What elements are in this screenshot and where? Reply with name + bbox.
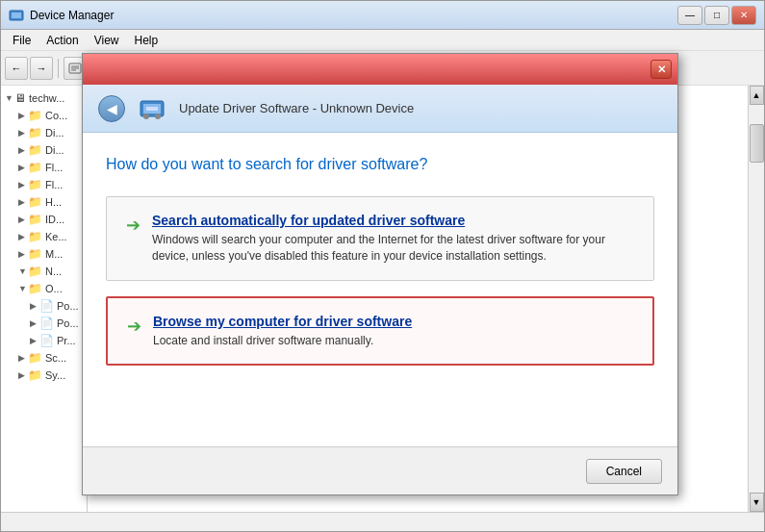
back-navigation-button[interactable]: ◀ — [98, 95, 125, 122]
list-item[interactable]: ▶ 📁 Sc... — [1, 349, 87, 367]
menu-help[interactable]: Help — [127, 32, 166, 49]
menu-file[interactable]: File — [5, 32, 38, 49]
list-item[interactable]: ▶ 📁 ID... — [1, 211, 87, 228]
svg-point-25 — [143, 114, 149, 119]
list-item[interactable]: ▼ 📁 N... — [1, 263, 87, 280]
window-controls: — □ ✕ — [677, 6, 756, 25]
auto-search-content: Search automatically for updated driver … — [152, 213, 634, 265]
update-driver-dialog: ✕ ◀ Update Driver Software - Unknown Dev… — [82, 53, 678, 495]
browse-description: Locate and install driver software manua… — [153, 333, 412, 349]
list-item[interactable]: ▶ 📁 Di... — [1, 141, 87, 159]
list-item[interactable]: ▶ 📁 Di... — [1, 124, 87, 141]
minimize-button[interactable]: — — [677, 6, 702, 25]
driver-icon — [137, 93, 167, 124]
browse-content: Browse my computer for driver software L… — [153, 314, 412, 349]
status-bar — [1, 512, 764, 531]
menu-bar: File Action View Help — [1, 30, 764, 51]
auto-search-option[interactable]: ➔ Search automatically for updated drive… — [106, 196, 654, 281]
back-arrow-icon: ◀ — [107, 101, 117, 116]
tree-panel: ▼ 🖥 techw... ▶ 📁 Co... ▶ 📁 Di... ▶ 📁 Di.… — [1, 86, 88, 512]
modal-body: How do you want to search for driver sof… — [83, 133, 677, 446]
computer-icon: 🖥 — [14, 91, 26, 105]
modal-header: ◀ Update Driver Software - Unknown Devic… — [83, 85, 677, 133]
browse-option[interactable]: ➔ Browse my computer for driver software… — [106, 296, 654, 367]
scroll-thumb[interactable] — [750, 124, 764, 163]
modal-footer: Cancel — [83, 446, 677, 494]
maximize-button[interactable]: □ — [704, 6, 729, 25]
list-item[interactable]: ▶ 📁 Ke... — [1, 228, 87, 245]
browse-title: Browse my computer for driver software — [153, 314, 412, 329]
list-item[interactable]: ▶ 📁 Co... — [1, 107, 87, 124]
list-item[interactable]: ▶ 📁 Sy... — [1, 367, 87, 384]
list-item[interactable]: ▶ 📁 Fl... — [1, 176, 87, 193]
forward-button[interactable]: → — [30, 57, 53, 80]
tree-root-label: techw... — [29, 92, 64, 104]
svg-rect-1 — [12, 13, 21, 18]
scroll-down-button[interactable]: ▼ — [750, 493, 764, 512]
toolbar-sep-1 — [58, 59, 59, 78]
list-item[interactable]: ▶ 📄 Po... — [1, 315, 87, 332]
browse-arrow-icon: ➔ — [127, 316, 141, 337]
cancel-button[interactable]: Cancel — [586, 459, 662, 484]
expand-icon: ▼ — [5, 93, 14, 103]
app-icon — [9, 8, 24, 23]
menu-action[interactable]: Action — [38, 32, 86, 49]
window-close-button[interactable]: ✕ — [731, 6, 756, 25]
back-button[interactable]: ← — [5, 57, 28, 80]
list-item[interactable]: ▶ 📄 Po... — [1, 297, 87, 315]
scrollbar[interactable]: ▲ ▼ — [748, 86, 764, 512]
auto-search-description: Windows will search your computer and th… — [152, 232, 634, 265]
list-item[interactable]: ▼ 📁 O... — [1, 280, 87, 297]
auto-arrow-icon: ➔ — [126, 215, 140, 236]
modal-title-bar: ✕ — [83, 54, 677, 85]
scroll-up-button[interactable]: ▲ — [750, 86, 764, 105]
svg-point-24 — [155, 114, 161, 119]
auto-search-title: Search automatically for updated driver … — [152, 213, 634, 228]
list-item[interactable]: ▶ 📁 M... — [1, 245, 87, 263]
tree-root[interactable]: ▼ 🖥 techw... — [1, 89, 87, 107]
menu-view[interactable]: View — [87, 32, 127, 49]
window-title: Device Manager — [30, 9, 677, 22]
modal-header-title: Update Driver Software - Unknown Device — [179, 101, 414, 115]
list-item[interactable]: ▶ 📄 Pr... — [1, 332, 87, 349]
list-item[interactable]: ▶ 📁 Fl... — [1, 159, 87, 176]
modal-close-button[interactable]: ✕ — [650, 60, 672, 79]
title-bar: Device Manager — □ ✕ — [1, 1, 764, 30]
svg-rect-23 — [146, 107, 158, 111]
modal-question: How do you want to search for driver sof… — [106, 156, 654, 173]
list-item[interactable]: ▶ 📁 H... — [1, 193, 87, 211]
